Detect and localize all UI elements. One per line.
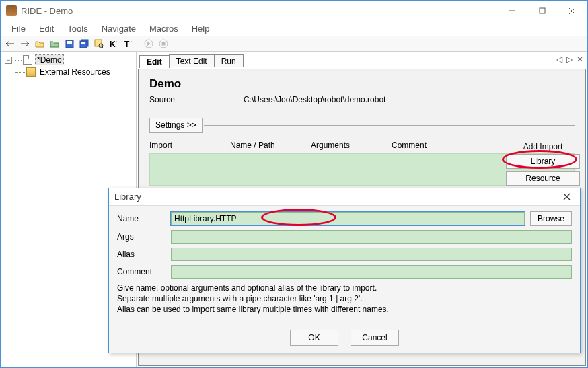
- help-line-3: Alias can be used to import same library…: [117, 304, 572, 315]
- menu-tools[interactable]: Tools: [62, 22, 93, 35]
- svg-rect-1: [540, 8, 545, 13]
- add-import-panel: Add Import Library Resource: [506, 142, 580, 188]
- menu-help[interactable]: Help: [186, 22, 215, 35]
- name-label: Name: [117, 214, 171, 223]
- window-title: RIDE - Demo: [21, 6, 497, 16]
- testcase-button[interactable]: T↑: [122, 37, 135, 50]
- dialog-help-text: Give name, optional arguments and option…: [117, 283, 572, 316]
- menu-macros[interactable]: Macros: [144, 22, 184, 35]
- args-label: Args: [117, 232, 171, 242]
- folder-icon: [26, 67, 36, 77]
- svg-text:↑: ↑: [130, 40, 133, 44]
- add-resource-button[interactable]: Resource: [506, 171, 580, 186]
- source-label: Source: [149, 95, 244, 104]
- tree-item-label: External Resources: [38, 67, 112, 77]
- svg-rect-8: [81, 42, 85, 44]
- browse-button[interactable]: Browse: [530, 211, 572, 226]
- tree-item-external[interactable]: External Resources: [2, 66, 135, 78]
- keyword-button[interactable]: K↑: [107, 37, 120, 50]
- toolbar: K↑ T↑: [1, 36, 587, 52]
- comment-input[interactable]: [171, 265, 572, 279]
- col-name: Name / Path: [230, 141, 311, 150]
- maximize-button[interactable]: [527, 1, 557, 21]
- minimize-icon: [509, 7, 515, 14]
- menu-file[interactable]: File: [6, 22, 31, 35]
- search-button[interactable]: [92, 37, 106, 50]
- save-all-button[interactable]: [77, 37, 91, 50]
- tabbar: Edit Text Edit Run ◁ ▷ ✕: [137, 52, 587, 67]
- file-icon: [23, 55, 32, 65]
- divider: [204, 125, 575, 126]
- help-line-2: Separate multiple arguments with a pipe …: [117, 293, 572, 304]
- tab-nav-right-icon[interactable]: ▷: [566, 54, 573, 64]
- menu-edit[interactable]: Edit: [34, 22, 59, 35]
- svg-text:↑: ↑: [115, 40, 118, 44]
- add-import-label: Add Import: [506, 142, 580, 151]
- forward-button[interactable]: [18, 37, 32, 50]
- window-controls: [497, 1, 587, 21]
- svg-rect-9: [95, 40, 102, 46]
- close-icon: [568, 7, 576, 15]
- alias-input[interactable]: [171, 248, 572, 261]
- cancel-button[interactable]: Cancel: [351, 330, 399, 346]
- menu-navigate[interactable]: Navigate: [96, 22, 141, 35]
- tab-close-icon[interactable]: ✕: [577, 54, 583, 64]
- tree-item-label: *Demo: [35, 54, 64, 65]
- maximize-icon: [539, 7, 546, 14]
- open-folder-button[interactable]: [33, 37, 46, 50]
- svg-line-11: [102, 47, 104, 48]
- source-path: C:\Users\Joo\Desktop\robot\demo.robot: [244, 95, 385, 104]
- run-button[interactable]: [142, 37, 155, 50]
- app-icon: [6, 5, 17, 16]
- app-window: RIDE - Demo File Edit Tools Navigate Mac…: [0, 0, 588, 368]
- comment-label: Comment: [117, 267, 171, 277]
- svg-text:T: T: [124, 40, 130, 48]
- add-library-button[interactable]: Library: [506, 154, 580, 169]
- dialog-close-button[interactable]: [558, 189, 575, 205]
- save-button[interactable]: [63, 37, 76, 50]
- svg-rect-5: [67, 41, 72, 44]
- close-icon: [563, 193, 571, 200]
- col-arguments: Arguments: [311, 141, 392, 150]
- name-input[interactable]: [171, 212, 525, 225]
- open-dir-button[interactable]: [48, 37, 61, 50]
- tab-run[interactable]: Run: [214, 54, 244, 67]
- close-button[interactable]: [557, 1, 587, 21]
- alias-label: Alias: [117, 250, 171, 259]
- dialog-titlebar: Library: [109, 188, 580, 206]
- titlebar: RIDE - Demo: [1, 1, 587, 21]
- tab-edit[interactable]: Edit: [139, 55, 170, 68]
- svg-rect-18: [162, 42, 166, 46]
- suite-title: Demo: [149, 77, 575, 91]
- col-import: Import: [149, 141, 230, 150]
- args-input[interactable]: [171, 230, 572, 244]
- help-line-1: Give name, optional arguments and option…: [117, 283, 572, 293]
- tree-item-demo[interactable]: − *Demo: [2, 54, 135, 66]
- collapse-icon[interactable]: −: [5, 57, 12, 64]
- menubar: File Edit Tools Navigate Macros Help: [1, 21, 587, 36]
- stop-button[interactable]: [157, 37, 170, 50]
- tab-text-edit[interactable]: Text Edit: [169, 54, 215, 67]
- ok-button[interactable]: OK: [290, 330, 338, 346]
- dialog-title: Library: [114, 192, 141, 202]
- library-dialog: Library Name Browse Args Alias Comment: [108, 188, 581, 353]
- back-button[interactable]: [3, 37, 17, 50]
- tab-nav-left-icon[interactable]: ◁: [556, 54, 562, 64]
- minimize-button[interactable]: [497, 1, 527, 21]
- settings-toggle-button[interactable]: Settings >>: [149, 118, 203, 133]
